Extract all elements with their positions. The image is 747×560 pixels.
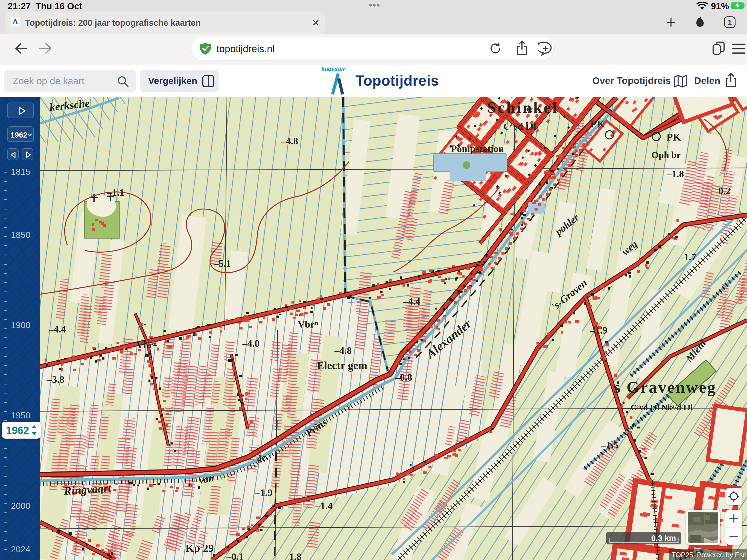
svg-text:PK: PK: [667, 131, 681, 143]
svg-text:‒3.8: ‒3.8: [47, 374, 65, 385]
svg-text:‒1.5: ‒1.5: [601, 440, 618, 451]
svg-text:‒4.8: ‒4.8: [334, 345, 352, 356]
svg-text:‒0.8: ‒0.8: [395, 372, 412, 383]
svg-text:s Gravenweg: s Gravenweg: [614, 378, 717, 396]
svg-text:Cᵉᵃ/d IJl: Cᵉᵃ/d IJl: [504, 121, 536, 131]
svg-text:0.2: 0.2: [719, 185, 731, 196]
svg-text:‒1.1: ‒1.1: [107, 187, 124, 198]
svg-text:Vbrⁿ: Vbrⁿ: [136, 339, 157, 351]
svg-text:Electr gem: Electr gem: [317, 359, 367, 372]
svg-text:Kp 29: Kp 29: [185, 542, 213, 554]
svg-text:Pompstation: Pompstation: [451, 143, 504, 154]
svg-text:Oph br: Oph br: [651, 150, 681, 160]
svg-text:‒1.9: ‒1.9: [590, 325, 608, 336]
svg-text:‒1.8: ‒1.8: [667, 169, 684, 179]
svg-text:‒4.8: ‒4.8: [281, 136, 298, 147]
svg-text:‒4.0: ‒4.0: [242, 338, 260, 349]
svg-text:Cᵉᵃ/d IJl Nkᵃ/d IJl: Cᵉᵃ/d IJl Nkᵃ/d IJl: [630, 403, 693, 412]
svg-text:‒1.7: ‒1.7: [679, 252, 696, 262]
svg-text:‒1.9: ‒1.9: [255, 487, 273, 498]
svg-text:‒1.4: ‒1.4: [315, 501, 333, 511]
svg-text:Schinkel: Schinkel: [487, 98, 559, 116]
svg-text:Vbrⁿ: Vbrⁿ: [298, 319, 318, 330]
svg-text:‒0.1: ‒0.1: [226, 551, 244, 560]
svg-text:PK: PK: [591, 118, 605, 130]
svg-text:‒5.1: ‒5.1: [213, 258, 231, 269]
svg-text:1.8: 1.8: [289, 551, 302, 560]
svg-text:‒4.4: ‒4.4: [403, 296, 420, 307]
svg-text:‒4.4: ‒4.4: [49, 324, 66, 335]
